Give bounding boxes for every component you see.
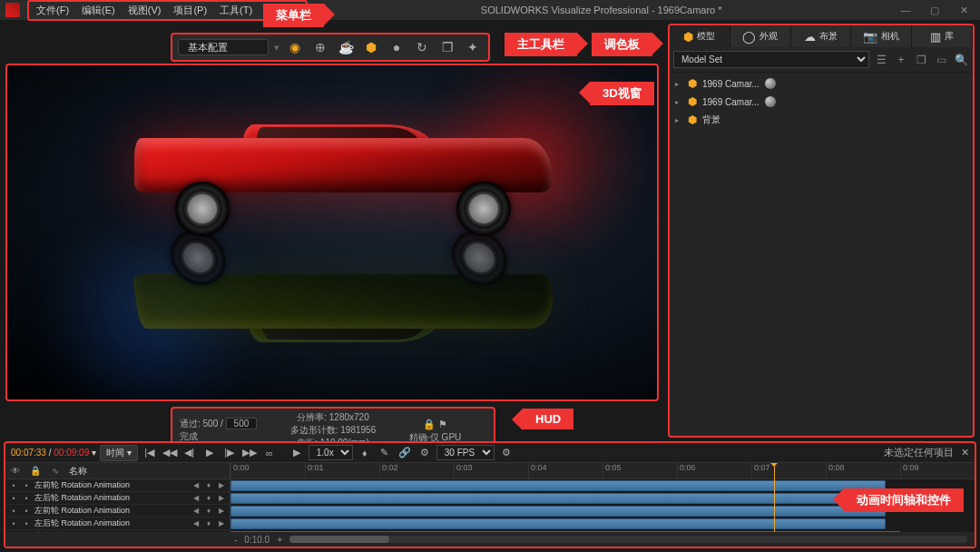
tool-globe-icon[interactable]: ⊕: [310, 37, 330, 57]
car-model: [134, 129, 552, 229]
clip-bar-video[interactable]: [230, 531, 900, 532]
tab-scene[interactable]: ☁布景: [791, 25, 852, 47]
track-list: 👁 🔒 ∿ 名称 ••左前轮 Rotation Animation◀♦▶ ••左…: [5, 463, 230, 532]
timeline-panel: 00:07:33 / 00:09:09 ▾ 时间 ▾ |◀ ◀◀ ◀| ▶ |▶…: [4, 441, 976, 548]
clip-bar[interactable]: [230, 493, 886, 504]
cube-icon: ⬢: [688, 113, 697, 126]
next-frame-icon[interactable]: |▶: [221, 446, 238, 460]
tab-library[interactable]: ▥库: [912, 25, 973, 47]
tree-item[interactable]: ▸⬢背景: [673, 111, 969, 129]
annot-hud: HUD: [523, 409, 573, 429]
library-icon: ▥: [930, 30, 941, 44]
clip-bar[interactable]: [230, 518, 886, 529]
track-row[interactable]: ••左后轮 Rotation Animation◀♦▶: [5, 518, 230, 530]
h-scrollbar[interactable]: [289, 536, 967, 543]
cube-icon: ⬢: [688, 77, 697, 90]
close-panel-icon[interactable]: ✕: [961, 447, 969, 458]
menu-edit[interactable]: 编辑(E): [76, 2, 121, 19]
settings-icon[interactable]: ⚙: [498, 446, 514, 460]
prev-key-icon[interactable]: ◀◀: [162, 446, 178, 460]
speed-select[interactable]: 1.0x: [309, 445, 353, 460]
flag-icon[interactable]: ⚑: [438, 419, 447, 429]
material-ball-icon: [765, 96, 776, 107]
tree-item[interactable]: ▸⬢1969 Camar...: [673, 93, 969, 111]
tree-item[interactable]: ▸⬢1969 Camar...: [673, 74, 969, 93]
camera-icon: 📷: [863, 30, 877, 44]
next-key-icon[interactable]: ▶▶: [241, 446, 258, 460]
car-reflection: [127, 238, 558, 338]
zoom-out-icon[interactable]: -: [234, 535, 237, 545]
tool-sphere-icon[interactable]: ●: [387, 37, 407, 57]
key-icon[interactable]: ♦: [357, 446, 373, 460]
gear-icon[interactable]: ⚙: [416, 446, 433, 460]
curve-icon[interactable]: ∿: [49, 466, 62, 476]
track-row[interactable]: ••左后轮 Rotation Animation◀♦▶: [5, 492, 230, 505]
menu-project[interactable]: 项目(P): [168, 2, 212, 19]
lock-col-icon[interactable]: 🔒: [29, 466, 42, 476]
window-controls: — ▢ ✕: [895, 5, 975, 16]
time-ruler[interactable]: 0:00 0:01 0:02 0:03 0:04 0:05 0:06 0:07 …: [230, 463, 975, 479]
folder-icon[interactable]: ▭: [933, 52, 949, 68]
eye-icon[interactable]: 👁: [9, 466, 22, 476]
tab-model[interactable]: ⬢模型: [670, 25, 730, 47]
annot-palette: 调色板: [592, 33, 652, 56]
tab-camera[interactable]: 📷相机: [851, 25, 912, 47]
window-title: SOLIDWORKS Visualize Professional - 1969…: [308, 5, 895, 15]
config-select[interactable]: 基本配置: [178, 39, 269, 55]
no-selection-label: 未选定任何项目: [884, 446, 954, 459]
tool-box-icon[interactable]: ⬢: [361, 37, 381, 57]
palette-panel: ⬢模型 ◯外观 ☁布景 📷相机 ▥库 Model Set ☰ + ❐ ▭ 🔍 ▸…: [668, 24, 975, 438]
time-button[interactable]: 时间 ▾: [100, 445, 138, 461]
zoom-in-icon[interactable]: +: [277, 535, 282, 545]
tab-appearance[interactable]: ◯外观: [730, 25, 791, 47]
annot-menubar: 菜单栏: [263, 4, 324, 27]
titlebar: 文件(F) 编辑(E) 视图(V) 项目(P) 工具(T) 帮助(H) SOLI…: [0, 0, 980, 20]
menu-tools[interactable]: 工具(T): [214, 2, 258, 19]
menu-file[interactable]: 文件(F): [31, 2, 74, 19]
timeline-footer: - 0:10.0 +: [5, 532, 975, 547]
maximize-button[interactable]: ▢: [924, 5, 946, 16]
palette-toolbar: Model Set ☰ + ❐ ▭ 🔍: [670, 47, 973, 73]
link-icon[interactable]: 🔗: [397, 446, 413, 460]
clip-bar[interactable]: [230, 480, 886, 491]
minimize-button[interactable]: —: [895, 5, 916, 16]
loop-icon[interactable]: ∞: [261, 446, 278, 460]
annot-viewport: 3D视窗: [590, 82, 654, 105]
tool-layers-icon[interactable]: ❐: [437, 37, 457, 57]
cube-icon: ⬢: [683, 30, 693, 44]
fps-select[interactable]: 30 FPS: [436, 445, 495, 460]
clip-bar[interactable]: [230, 506, 886, 517]
add-icon[interactable]: +: [893, 52, 909, 68]
list-icon[interactable]: ☰: [873, 52, 889, 68]
cube-icon: ⬢: [688, 95, 697, 108]
material-ball-icon: [765, 78, 776, 89]
lock-icon[interactable]: 🔒: [423, 419, 436, 429]
palette-tabs: ⬢模型 ◯外观 ☁布景 📷相机 ▥库: [670, 25, 973, 47]
search-icon[interactable]: 🔍: [953, 52, 969, 68]
annot-maintoolbar: 主工具栏: [505, 33, 577, 56]
pen-icon[interactable]: ✎: [377, 446, 393, 460]
tool-refresh-icon[interactable]: ↻: [412, 37, 432, 57]
menu-view[interactable]: 视图(V): [122, 2, 167, 19]
timeline-toolbar: 00:07:33 / 00:09:09 ▾ 时间 ▾ |◀ ◀◀ ◀| ▶ |▶…: [5, 443, 975, 463]
scene-icon: ☁: [804, 30, 816, 44]
prev-frame-icon[interactable]: ◀|: [181, 446, 198, 460]
tool-compass-icon[interactable]: ✦: [463, 37, 483, 57]
tool-cube-icon[interactable]: ◉: [285, 37, 305, 57]
close-button[interactable]: ✕: [953, 5, 975, 16]
play-icon[interactable]: ▶: [201, 446, 218, 460]
modelset-select[interactable]: Model Set: [673, 51, 869, 68]
model-tree: ▸⬢1969 Camar... ▸⬢1969 Camar... ▸⬢背景: [670, 73, 973, 131]
copy-icon[interactable]: ❐: [913, 52, 929, 68]
goto-start-icon[interactable]: |◀: [142, 446, 158, 460]
play2-icon[interactable]: ▶: [289, 446, 305, 460]
track-row[interactable]: ••左前轮 Rotation Animation◀♦▶: [5, 505, 230, 518]
circle-icon: ◯: [742, 30, 756, 44]
tool-teapot-icon[interactable]: ☕: [336, 37, 356, 57]
playhead[interactable]: [774, 463, 775, 532]
main-toolbar: 基本配置 ▾ ◉ ⊕ ☕ ⬢ ● ↻ ❐ ✦: [171, 33, 490, 62]
viewport-3d[interactable]: [5, 64, 659, 401]
app-logo: [5, 3, 20, 17]
annot-timeline: 动画时间轴和控件: [844, 488, 964, 512]
track-row[interactable]: ••左前轮 Rotation Animation◀♦▶: [5, 479, 230, 492]
